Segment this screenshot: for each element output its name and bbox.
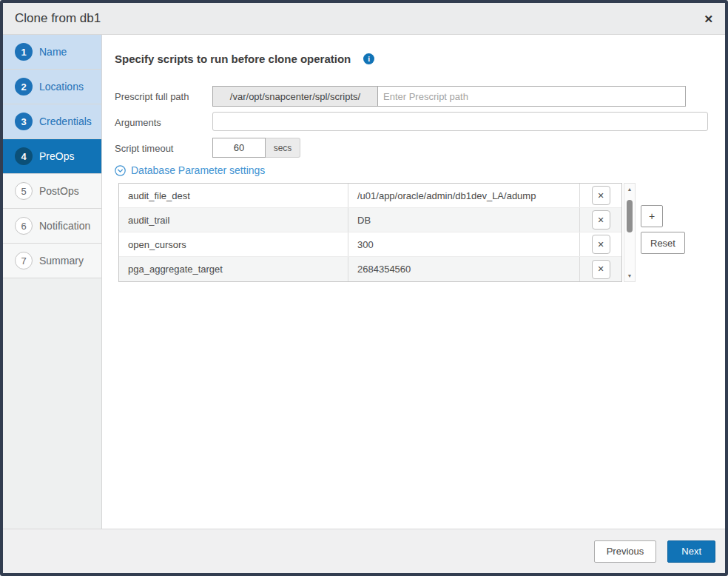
param-action-cell: ✕ <box>580 208 621 232</box>
info-icon[interactable]: i <box>363 53 374 64</box>
dialog-titlebar: Clone from db1 ✕ <box>3 3 725 35</box>
sidebar-item-summary[interactable]: 7 Summary <box>3 244 101 278</box>
step-label: PreOps <box>39 150 74 162</box>
step-label: Locations <box>39 81 84 93</box>
step-label: Notification <box>39 220 90 232</box>
dialog-title: Clone from db1 <box>15 11 101 26</box>
param-value-cell: DB <box>348 208 580 232</box>
scrollbar-thumb[interactable] <box>627 200 633 232</box>
step-number-badge: 7 <box>15 252 33 269</box>
param-value-cell: /u01/app/oracle/admin/db1dev_LA/adump <box>348 184 580 207</box>
arguments-label: Arguments <box>115 117 161 128</box>
prescript-path-prefix: /var/opt/snapcenter/spl/scripts/ <box>212 86 378 107</box>
remove-param-button[interactable]: ✕ <box>592 260 610 279</box>
param-value-cell: 300 <box>348 232 580 256</box>
step-number-badge: 3 <box>15 113 33 130</box>
reset-params-button[interactable]: Reset <box>641 232 685 254</box>
step-label: Summary <box>39 255 84 267</box>
panel-heading-row: Specify scripts to run before clone oper… <box>115 53 374 65</box>
sidebar-item-locations[interactable]: 2 Locations <box>3 70 101 104</box>
database-parameter-settings-toggle[interactable]: Database Parameter settings <box>115 164 265 176</box>
sidebar-item-preops[interactable]: 4 PreOps <box>3 139 101 174</box>
table-scrollbar[interactable]: ▲ ▼ <box>624 183 636 282</box>
step-label: Credentials <box>39 115 92 127</box>
page-title: Specify scripts to run before clone oper… <box>115 53 351 65</box>
step-number-badge: 4 <box>15 147 33 165</box>
table-row: audit_file_dest /u01/app/oracle/admin/db… <box>119 184 621 208</box>
scroll-down-icon[interactable]: ▼ <box>627 270 633 281</box>
arguments-input[interactable] <box>212 112 708 131</box>
param-action-cell: ✕ <box>580 232 621 256</box>
table-row: open_cursors 300 ✕ <box>119 232 621 257</box>
chevron-down-circle-icon <box>115 165 126 176</box>
db-params-link-label: Database Parameter settings <box>131 164 265 176</box>
add-param-button[interactable]: + <box>641 205 663 227</box>
prescript-path-label: Prescript full path <box>115 91 189 102</box>
sidebar-filler <box>3 278 101 529</box>
table-row: audit_trail DB ✕ <box>119 208 621 232</box>
next-button[interactable]: Next <box>667 540 715 563</box>
close-icon[interactable]: ✕ <box>704 13 713 24</box>
param-name-cell: pga_aggregate_target <box>119 257 348 281</box>
prescript-path-group: /var/opt/snapcenter/spl/scripts/ <box>212 86 686 107</box>
clone-wizard-dialog: Clone from db1 ✕ 1 Name 2 Locations 3 Cr… <box>0 0 728 576</box>
param-action-cell: ✕ <box>580 257 621 281</box>
script-timeout-label: Script timeout <box>115 143 173 154</box>
scroll-up-icon[interactable]: ▲ <box>627 184 633 195</box>
remove-param-button[interactable]: ✕ <box>592 210 610 230</box>
sidebar-item-postops[interactable]: 5 PostOps <box>3 174 101 209</box>
sidebar-item-notification[interactable]: 6 Notification <box>3 209 101 244</box>
param-action-cell: ✕ <box>580 184 621 207</box>
db-parameters-table: audit_file_dest /u01/app/oracle/admin/db… <box>118 183 622 282</box>
wizard-footer: Previous Next <box>3 529 725 573</box>
sidebar-item-name[interactable]: 1 Name <box>3 35 101 70</box>
wizard-step-sidebar: 1 Name 2 Locations 3 Credentials 4 PreOp… <box>3 35 102 529</box>
preops-panel: Specify scripts to run before clone oper… <box>102 35 725 529</box>
param-name-cell: audit_trail <box>119 208 348 232</box>
param-value-cell: 2684354560 <box>348 257 580 281</box>
timeout-unit-label: secs <box>266 138 300 158</box>
script-timeout-group: secs <box>212 138 300 158</box>
remove-param-button[interactable]: ✕ <box>592 235 610 254</box>
table-row: pga_aggregate_target 2684354560 ✕ <box>119 257 621 281</box>
step-number-badge: 6 <box>15 217 33 235</box>
prescript-path-input[interactable] <box>378 86 686 107</box>
script-timeout-input[interactable] <box>212 138 266 158</box>
step-number-badge: 5 <box>15 182 33 200</box>
param-name-cell: open_cursors <box>119 232 348 256</box>
step-number-badge: 1 <box>15 43 33 61</box>
step-label: Name <box>39 46 67 58</box>
step-number-badge: 2 <box>15 78 33 96</box>
remove-param-button[interactable]: ✕ <box>592 186 610 205</box>
previous-button[interactable]: Previous <box>594 540 657 563</box>
param-name-cell: audit_file_dest <box>119 184 348 207</box>
sidebar-item-credentials[interactable]: 3 Credentials <box>3 104 101 139</box>
step-label: PostOps <box>39 185 79 197</box>
